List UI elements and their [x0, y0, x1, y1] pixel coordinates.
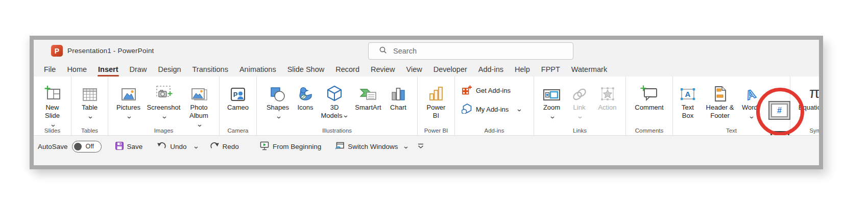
ribbon: New Slide Slides Table Tables Pictur [34, 76, 819, 135]
tab-developer[interactable]: Developer [428, 62, 473, 76]
slide-number-button[interactable]: # [768, 101, 790, 120]
group-label-camera: Camera [220, 128, 256, 134]
my-add-ins-icon [462, 103, 472, 115]
screenshot-icon [154, 82, 174, 102]
header-footer-button[interactable]: Header & Footer [704, 82, 736, 120]
zoom-button[interactable]: Zoom [539, 82, 565, 121]
ribbon-group-camera: P Cameo Camera [220, 76, 257, 135]
ribbon-group-comments: Comment Comments [626, 76, 673, 135]
svg-text:P: P [233, 91, 238, 98]
toggle-pill[interactable]: Off [72, 141, 102, 152]
undo-icon [157, 141, 167, 152]
comment-icon [640, 82, 659, 102]
link-icon [571, 82, 588, 102]
tab-record[interactable]: Record [330, 62, 365, 76]
title-bar: P Presentation1 - PowerPoint [34, 40, 819, 62]
redo-button[interactable]: Redo [209, 140, 239, 152]
tab-home[interactable]: Home [61, 62, 92, 76]
save-button[interactable]: Save [115, 140, 143, 152]
tab-help[interactable]: Help [509, 62, 536, 76]
get-add-ins-icon [462, 85, 472, 96]
undo-button[interactable]: Undo [157, 140, 198, 152]
ribbon-group-links: Zoom Link Action Links [534, 76, 626, 135]
equation-pi-icon: π [809, 82, 819, 102]
smartart-icon [359, 82, 377, 102]
from-beginning-button[interactable]: From Beginning [259, 140, 321, 152]
tab-transitions[interactable]: Transitions [187, 62, 234, 76]
search-input[interactable] [392, 46, 545, 56]
group-label-links: Links [534, 128, 625, 134]
ribbon-group-text: A Text Box Header & Footer A WordArt # [673, 76, 790, 135]
tab-review[interactable]: Review [365, 62, 401, 76]
smartart-button[interactable]: SmartArt [352, 82, 384, 112]
comment-button[interactable]: Comment [632, 82, 667, 112]
tab-draw[interactable]: Draw [124, 62, 153, 76]
tab-view[interactable]: View [401, 62, 428, 76]
autosave-toggle[interactable]: Off [72, 140, 102, 152]
customize-qat-button[interactable] [417, 140, 424, 152]
3d-models-button[interactable]: 3D Models [320, 82, 349, 120]
3d-models-icon [326, 82, 343, 102]
tab-file[interactable]: File [38, 62, 61, 76]
header-footer-icon [713, 82, 727, 102]
cameo-icon: P [229, 82, 247, 102]
group-label-symbols: Symbols [790, 128, 819, 134]
group-label-tables: Tables [71, 128, 108, 134]
customize-qat-icon [417, 143, 424, 150]
screenshot-button[interactable]: Screenshot [147, 82, 181, 121]
tab-insert[interactable]: Insert [92, 62, 124, 76]
search-icon [379, 46, 387, 56]
power-bi-button[interactable]: Power BI [423, 82, 449, 120]
action-icon [599, 82, 616, 102]
shapes-icon [269, 82, 286, 102]
my-add-ins-button[interactable]: My Add-ins [462, 103, 521, 115]
ribbon-group-power-bi: Power BI Power BI [418, 76, 455, 135]
quick-access-toolbar: AutoSave Off Save Undo Redo [34, 135, 819, 165]
chevron-down-icon [517, 106, 521, 113]
search-box[interactable] [368, 42, 573, 60]
tab-design[interactable]: Design [152, 62, 186, 76]
new-slide-button[interactable]: New Slide [38, 82, 67, 129]
equation-button[interactable]: π Equation [797, 82, 819, 112]
text-box-button[interactable]: A Text Box [676, 82, 700, 120]
chevron-down-icon [127, 113, 131, 121]
action-button: Action [594, 82, 621, 112]
tab-fppt[interactable]: FPPT [536, 62, 566, 76]
group-label-power-bi: Power BI [418, 128, 454, 134]
pictures-button[interactable]: Pictures [114, 82, 143, 121]
chevron-down-icon [404, 143, 408, 150]
table-button[interactable]: Table [77, 82, 103, 121]
wordart-button[interactable]: A WordArt [740, 82, 761, 121]
tab-slide-show[interactable]: Slide Show [282, 62, 330, 76]
toggle-knob [74, 143, 82, 150]
redo-icon [209, 141, 220, 152]
chart-icon [391, 82, 406, 102]
cameo-button[interactable]: P Cameo [224, 82, 252, 112]
group-label-add-ins: Add-ins [455, 128, 534, 134]
switch-windows-button[interactable]: Switch Windows [334, 140, 408, 152]
autosave-label: AutoSave [38, 140, 68, 152]
chevron-down-icon [162, 113, 166, 121]
svg-text:A: A [685, 90, 691, 98]
zoom-icon [543, 82, 561, 102]
autosave-state: Off [86, 143, 94, 150]
tab-add-ins[interactable]: Add-ins [473, 62, 509, 76]
powerpoint-window: P Presentation1 - PowerPoint File Home I… [30, 36, 823, 169]
chart-button[interactable]: Chart [387, 82, 409, 112]
switch-windows-icon [334, 141, 345, 152]
group-label-text: Text [673, 128, 790, 134]
shapes-button[interactable]: Shapes [264, 82, 291, 121]
icons-button[interactable]: Icons [294, 82, 317, 112]
photo-album-button[interactable]: Photo Album [184, 82, 214, 129]
chevron-down-icon [550, 113, 554, 121]
tab-watermark[interactable]: Watermark [566, 62, 613, 76]
ribbon-group-images: Pictures Screenshot Photo Album Images [108, 76, 220, 135]
wordart-icon: A [742, 82, 759, 102]
text-box-icon: A [679, 82, 696, 102]
get-add-ins-button[interactable]: Get Add-ins [462, 85, 511, 96]
ribbon-tabs: File Home Insert Draw Design Transitions… [34, 62, 819, 76]
tab-animations[interactable]: Animations [234, 62, 282, 76]
icons-duck-icon [297, 82, 314, 102]
chevron-down-icon [194, 143, 198, 150]
powerpoint-logo-icon: P [51, 45, 63, 57]
